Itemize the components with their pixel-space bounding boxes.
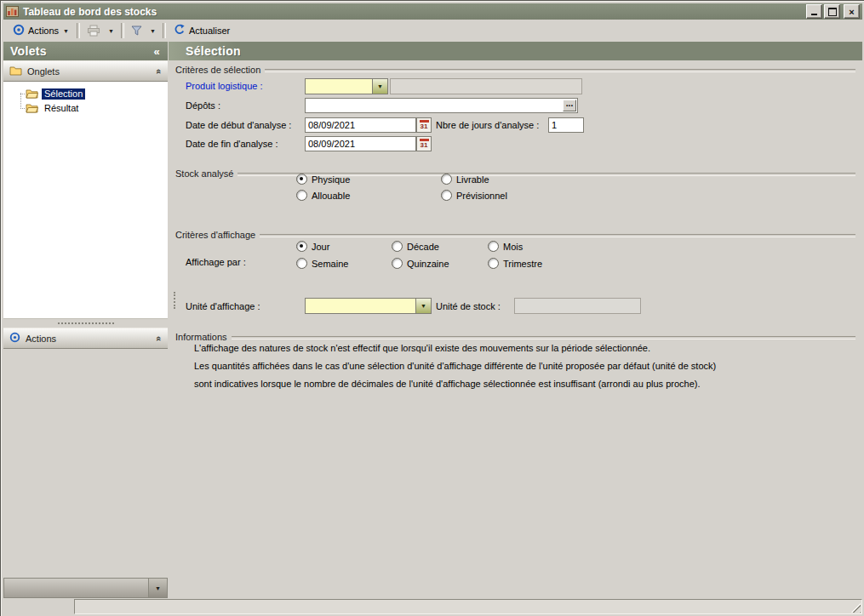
group-title: Critères d'affichage (175, 230, 260, 240)
filter-icon (128, 21, 146, 40)
group-rule (232, 336, 855, 339)
status-cell-left (3, 599, 72, 614)
combo-value (306, 299, 415, 313)
section-header-onglets[interactable]: Onglets « (3, 60, 168, 82)
tree-item-resultat[interactable]: Résultat (3, 101, 168, 116)
tree-item-label: Sélection (42, 88, 85, 100)
chevron-down-icon: ▼ (421, 303, 426, 309)
info-line-3: sont indicatives lorsque le nombre de dé… (194, 379, 700, 389)
group-rule (265, 69, 855, 72)
browse-button[interactable]: ... (563, 100, 576, 111)
radio-icon (488, 258, 499, 269)
radio-icon (441, 174, 452, 185)
collapse-section-icon[interactable]: « (154, 68, 164, 73)
unite-stock-readonly-field (514, 298, 641, 314)
date-debut-input[interactable] (305, 117, 416, 133)
chevron-down-icon: ▼ (377, 83, 383, 89)
app-window: Tableau de bord des stocks × Actions ▼ (0, 0, 864, 616)
radio-physique[interactable]: Physique (296, 174, 350, 185)
produit-logistique-label: Produit logistique : (186, 81, 263, 92)
minimize-icon (811, 14, 817, 15)
produit-logistique-readonly-field (390, 78, 582, 94)
depots-input[interactable] (305, 98, 578, 113)
radio-label: Mois (503, 242, 523, 252)
info-line-1: L'affichage des natures de stock n'est e… (194, 343, 650, 353)
drag-handle-icon (174, 292, 175, 309)
radio-jour[interactable]: Jour (296, 241, 329, 252)
section-header-actions[interactable]: Actions « (3, 328, 168, 349)
splitter-dots-icon (58, 322, 114, 324)
filter-split-button[interactable]: ▼ (128, 21, 159, 40)
pane-splitter[interactable] (3, 319, 168, 328)
close-icon: × (849, 8, 854, 16)
radio-mois[interactable]: Mois (488, 241, 523, 252)
toolbar: Actions ▼ ▼ ▼ (3, 20, 862, 42)
collapse-section-icon[interactable]: « (154, 335, 164, 340)
radio-label: Allouable (312, 191, 350, 201)
folder-icon (9, 66, 22, 77)
tree-item-label: Résultat (42, 103, 81, 114)
radio-livrable[interactable]: Livrable (441, 174, 489, 185)
maximize-button[interactable] (824, 4, 840, 19)
toolbar-separator (121, 23, 124, 38)
maximize-icon (828, 8, 837, 16)
refresh-label: Actualiser (189, 26, 230, 36)
refresh-icon (174, 24, 186, 37)
radio-icon (296, 174, 307, 185)
radio-label: Livrable (456, 174, 489, 185)
group-criteres-affichage: Critères d'affichage (175, 229, 855, 240)
info-line-2: Les quantités affichées dans le cas d'un… (194, 361, 716, 371)
status-cell-main (74, 599, 862, 614)
radio-icon (296, 258, 307, 269)
print-split-button[interactable]: ▼ (83, 21, 117, 40)
title-bar: Tableau de bord des stocks × (3, 3, 862, 20)
radio-decade[interactable]: Décade (392, 241, 439, 252)
group-title: Informations (175, 332, 232, 342)
affichage-par-label: Affichage par : (186, 257, 246, 268)
calendar-button[interactable]: 31 (416, 136, 432, 151)
chevron-down-icon: ▼ (105, 21, 117, 40)
unite-affichage-combo[interactable]: ▼ (305, 298, 432, 314)
nb-jours-input[interactable] (548, 117, 584, 133)
sidebar-title: Volets (10, 44, 149, 58)
radio-quinzaine[interactable]: Quinzaine (392, 258, 449, 269)
calendar-day-text: 31 (421, 123, 428, 130)
sidebar-header: Volets « (3, 42, 168, 60)
radio-trimestre[interactable]: Trimestre (488, 258, 542, 269)
radio-icon (488, 241, 499, 252)
radio-allouable[interactable]: Allouable (296, 190, 350, 201)
combo-value (306, 79, 372, 94)
radio-label: Décade (407, 242, 439, 252)
radio-icon (296, 190, 307, 201)
radio-label: Prévisionnel (456, 191, 507, 201)
refresh-button[interactable]: Actualiser (169, 21, 234, 40)
minimize-button[interactable] (806, 4, 822, 19)
chevron-down-icon[interactable]: ▼ (148, 579, 167, 597)
section-label-actions: Actions (26, 334, 152, 344)
chevron-down-icon: ▼ (146, 21, 159, 40)
radio-icon (296, 241, 307, 252)
radio-icon (392, 258, 403, 269)
app-icon (6, 6, 19, 17)
radio-icon (441, 190, 452, 201)
dropdown-button[interactable]: ▼ (415, 299, 431, 313)
tree-item-selection[interactable]: Sélection (3, 87, 168, 101)
collapse-sidebar-button[interactable]: « (149, 45, 164, 58)
calendar-day-text: 31 (421, 141, 428, 149)
produit-logistique-combo[interactable]: ▼ (305, 78, 388, 94)
close-button[interactable]: × (844, 4, 860, 19)
pane-selector-dropdown[interactable]: ▼ (3, 578, 168, 598)
target-icon (9, 332, 20, 345)
unite-affichage-label: Unité d'affichage : (186, 301, 260, 312)
chevron-down-icon: ▼ (63, 28, 69, 34)
date-fin-input[interactable] (305, 136, 416, 151)
depots-label: Dépôts : (186, 100, 220, 111)
sidebar-panel: Volets « Onglets « Sélection (3, 42, 168, 599)
radio-semaine[interactable]: Semaine (296, 258, 348, 269)
dropdown-button[interactable]: ▼ (372, 79, 387, 94)
actions-menu-button[interactable]: Actions ▼ (9, 21, 73, 40)
calendar-button[interactable]: 31 (416, 117, 432, 133)
folder-icon (26, 88, 38, 100)
radio-previsionnel[interactable]: Prévisionnel (441, 190, 507, 201)
resize-grip[interactable] (850, 602, 861, 613)
